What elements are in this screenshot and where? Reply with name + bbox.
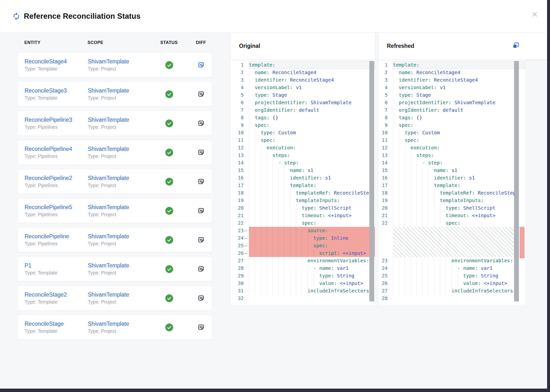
entity-link[interactable]: ReconcilePipeline4 [25,146,88,152]
scope-link[interactable]: ShivamTemplate [88,291,149,298]
deleted-line-marker: – [244,242,249,249]
yaml-key: environmentVariables: [308,258,369,264]
line-number: 7 [379,106,388,114]
table-row[interactable]: ReconcilePipeline4Type: PipelinesShivamT… [18,140,212,165]
entity-type: Type: Pipelines [25,241,88,247]
table-row[interactable]: ReconcileStage2Type: TemplateShivamTempl… [18,286,212,311]
table-row[interactable]: ReconcileStageType: TemplateShivamTempla… [18,315,212,340]
line-number: 10 [231,129,244,136]
yaml-value: v1 [440,85,446,90]
line-number: 14 [379,159,388,167]
yaml-key: spec: [399,122,413,128]
diff-button[interactable] [197,207,205,215]
code-line: 6projectIdentifier: ShivamTemplate [231,99,375,106]
yaml-value: ReconcileStep [478,190,516,196]
diff-button[interactable] [197,294,205,302]
deleted-line-marker [244,114,249,121]
code-line: 1template: [231,61,375,69]
original-code-editor[interactable]: 1template:2name: ReconcileStage43identif… [231,60,375,305]
diff-note-icon [197,95,205,99]
diff-button[interactable] [197,265,205,273]
table-row[interactable]: ReconcilePipeline5Type: PipelinesShivamT… [18,198,212,223]
scope-link[interactable]: ShivamTemplate [88,87,149,94]
deleted-line-marker [244,257,249,264]
close-button[interactable] [531,10,539,18]
yaml-key: projectIdentifier: [255,100,308,105]
line-number: 9 [379,121,388,129]
line-number: 13 [379,152,388,159]
yaml-key: spec: [255,122,269,128]
yaml-value: Custom [422,130,440,136]
entity-link[interactable]: ReconcilePipeline5 [25,204,88,211]
diff-button[interactable] [197,119,205,127]
diff-button[interactable] [197,90,205,98]
diff-button[interactable] [197,149,205,156]
deleted-line-marker [388,121,393,129]
scope-link[interactable]: ShivamTemplate [88,262,149,269]
check-circle-icon [165,119,173,127]
code-line: 18templateRef: ReconcileStep [379,189,525,197]
check-circle-icon [165,149,173,156]
entity-link[interactable]: ReconcileStage [25,321,88,327]
code-line: 15name: s1 [379,167,525,174]
scope-link[interactable]: ShivamTemplate [88,233,149,240]
table-row[interactable]: ReconcileStage4Type: TemplateShivamTempl… [18,52,212,77]
entity-link[interactable]: ReconcilePipeline [25,233,88,240]
code-line: 8tags: {} [231,114,375,121]
dialog-title: Reference Reconciliation Status [24,12,141,21]
table-row[interactable]: ReconcilePipelineType: PipelinesShivamTe… [18,227,212,252]
yaml-key: - name: [457,265,478,271]
line-number: 13 [231,152,244,159]
diff-button[interactable] [197,236,205,244]
entity-link[interactable]: ReconcilePipeline2 [25,175,88,181]
line-number: 17 [379,182,388,189]
yaml-value: default [443,107,463,113]
entity-link[interactable]: ReconcileStage2 [25,291,88,298]
code-line: 23–source: [231,227,375,234]
entity-link[interactable]: ReconcileStage4 [25,58,88,65]
scope-link[interactable]: ShivamTemplate [88,321,149,327]
entity-link[interactable]: ReconcilePipeline3 [25,117,88,123]
code-line: 5type: Stage [231,91,375,99]
scope-link[interactable]: ShivamTemplate [88,117,149,123]
code-line: 10type: Custom [231,129,375,136]
line-number: 4 [379,84,388,91]
yaml-key: identifier: [255,77,287,83]
yaml-value: ShivamTemplate [454,100,496,105]
line-number: 25 [231,242,244,249]
line-number: 28 [379,295,388,302]
yaml-key: type: [463,273,478,279]
deleted-line-marker [244,204,249,212]
deleted-line-marker: – [244,227,249,234]
refreshed-vertical-scrollbar[interactable] [514,61,519,301]
scope-link[interactable]: ShivamTemplate [88,204,149,211]
entity-link[interactable]: ReconcileStage3 [25,87,88,94]
diff-button[interactable] [197,61,205,69]
original-vertical-scrollbar[interactable] [369,61,374,301]
yaml-key: steps: [272,152,290,158]
code-line: 32 [231,295,375,302]
table-row[interactable]: ReconcileStage3Type: TemplateShivamTempl… [18,82,212,107]
table-row[interactable]: ReconcilePipeline2Type: PipelinesShivamT… [18,169,212,194]
table-row[interactable]: P1Type: TemplateShivamTemplateType: Proj… [18,256,212,281]
column-header-status: STATUS [160,40,178,45]
copy-button[interactable] [512,42,519,49]
refreshed-code-editor[interactable]: 1template:2name: ReconcileStage43identif… [379,60,525,305]
deleted-line-marker [388,114,393,121]
yaml-key: tags: [255,115,269,120]
table-row[interactable]: ReconcilePipeline3Type: PipelinesShivamT… [18,111,212,136]
scope-link[interactable]: ShivamTemplate [88,175,149,181]
scope-link[interactable]: ShivamTemplate [88,58,149,65]
deleted-line-marker [388,204,393,212]
deleted-line-marker [244,61,249,69]
yaml-key: includeInfraSelectors: [308,288,372,294]
line-number: 27 [231,257,244,264]
deleted-line-marker [388,99,393,106]
entity-link[interactable]: P1 [25,262,88,269]
original-code: 1template:2name: ReconcileStage43identif… [231,60,375,305]
diff-button[interactable] [197,324,205,331]
diff-button[interactable] [197,178,205,186]
deleted-line-marker [388,69,393,76]
scope-link[interactable]: ShivamTemplate [88,146,149,152]
deleted-line-marker [388,91,393,99]
